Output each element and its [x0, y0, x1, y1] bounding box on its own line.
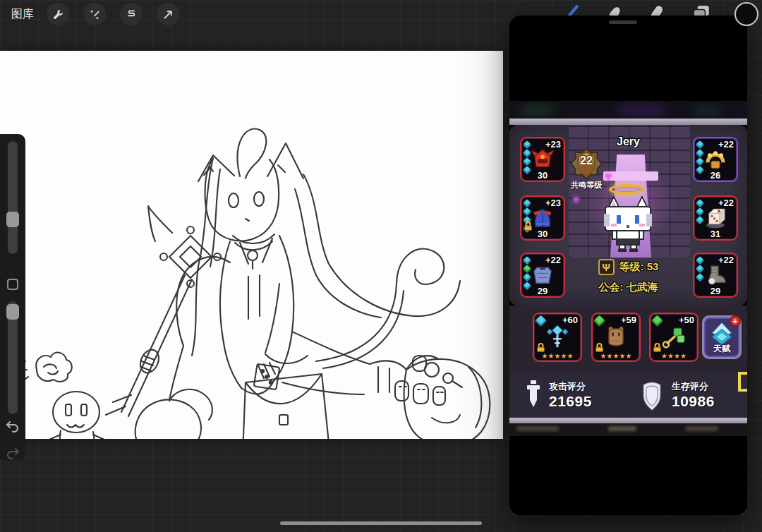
lock-icon	[595, 343, 604, 352]
attack-score-label: 攻击评分	[549, 380, 586, 393]
transform-button[interactable]	[157, 3, 179, 25]
item-level: 29	[521, 286, 564, 296]
notification-badge: +	[730, 315, 741, 327]
redo-icon	[4, 445, 21, 461]
frost-staff-icon	[545, 323, 570, 350]
attack-score-value: 21695	[549, 393, 592, 410]
divider-top	[509, 119, 747, 125]
selection-s-icon	[126, 8, 138, 20]
cyan-gem-icon	[523, 140, 531, 148]
equip-slot-boot[interactable]: +22 29	[693, 253, 738, 298]
selection-bracket	[738, 372, 747, 392]
brush-size-handle[interactable]	[6, 212, 19, 227]
gallery-button[interactable]: 图库	[11, 7, 34, 22]
window-drag-handle[interactable]	[609, 20, 637, 24]
cyan-gem-icon	[523, 256, 531, 264]
star-rating: ★★★★★	[534, 352, 581, 360]
item-level: 30	[521, 229, 564, 239]
star-rating: ★★★★★	[593, 352, 639, 360]
selection-button[interactable]	[120, 3, 143, 25]
gadget-pet-icon	[661, 324, 687, 349]
equip-slot-cloak[interactable]: +23 30	[520, 195, 565, 241]
lock-icon	[536, 343, 545, 352]
undo-button[interactable]	[4, 418, 21, 435]
gem-column	[697, 200, 703, 223]
mage-cloak-icon	[531, 206, 555, 229]
demon-helmet-icon	[531, 147, 555, 170]
item-level: 29	[694, 286, 737, 296]
character-avatar	[600, 195, 656, 252]
gem-column	[524, 258, 530, 289]
pet-slot-frost-staff[interactable]: +60 ★★★★★	[533, 313, 582, 362]
brush-size-slider[interactable]	[8, 141, 18, 254]
transform-arrow-icon	[162, 8, 174, 20]
adjustments-button[interactable]	[83, 3, 106, 25]
guild-badge-icon: Ψ	[598, 259, 615, 275]
pet-slot-gadget[interactable]: +50 ★★★★	[649, 313, 698, 362]
home-indicator[interactable]	[280, 521, 482, 525]
heart-icon: ♥	[573, 194, 579, 205]
drawing-canvas[interactable]	[0, 51, 503, 439]
talent-inner: 天赋 +	[704, 318, 739, 357]
item-level: 31	[694, 229, 737, 239]
game-scene-strip	[509, 101, 747, 119]
halo-icon	[609, 184, 644, 195]
resonance-level-value: 22	[569, 155, 604, 167]
game-slideover-window: Jery 22 共鸣等级 ♥ ♥	[509, 16, 747, 515]
talent-label: 天赋	[706, 343, 738, 355]
cyan-gem-icon	[696, 273, 703, 281]
lock-icon	[653, 343, 662, 352]
equip-slot-dice[interactable]: +22 31	[693, 195, 738, 241]
survival-score-label: 生存评分	[672, 380, 708, 393]
star-rating: ★★★★	[651, 352, 697, 360]
medic-dice-icon	[703, 205, 728, 229]
sword-icon	[525, 380, 542, 411]
pixel-cat	[600, 195, 656, 252]
equip-slot-armor[interactable]: +22 29	[520, 253, 565, 298]
opacity-slider[interactable]	[8, 301, 18, 414]
adjustments-wand-icon	[89, 8, 101, 20]
blurred-game-strip	[509, 423, 747, 436]
brush-sidebar	[0, 134, 25, 460]
gem-column	[524, 142, 530, 173]
cyan-gem-icon	[523, 199, 531, 207]
ipad-screen: 图库	[0, 0, 762, 532]
level-text: 等级: 53	[619, 260, 659, 274]
cyan-gem-icon	[696, 149, 703, 157]
golem-pet-icon	[603, 324, 629, 349]
color-swatch[interactable]	[734, 2, 758, 26]
cyan-gem-icon	[523, 149, 531, 157]
cyan-gem-icon	[523, 207, 531, 215]
actions-button[interactable]	[47, 3, 69, 25]
gem-column	[697, 142, 703, 173]
pet-slot-golem[interactable]: +59 ★★★★★	[591, 313, 641, 362]
gem-column	[697, 258, 703, 280]
redo-button[interactable]	[4, 445, 21, 461]
gold-ring-icon	[703, 147, 727, 171]
cyan-gem-icon	[523, 273, 531, 281]
equip-slot-ring[interactable]: +22 26	[693, 137, 738, 182]
cyan-gem-icon	[696, 256, 703, 264]
shield-icon	[641, 381, 663, 411]
character-panel: Jery 22 共鸣等级 ♥ ♥	[509, 125, 747, 306]
opacity-handle[interactable]	[6, 304, 19, 320]
companions-row: +60 ★★★★★ +59	[509, 306, 747, 374]
survival-score-value: 10986	[672, 393, 715, 410]
cyan-gem-icon	[696, 265, 703, 272]
wrench-icon	[52, 8, 64, 20]
boot-icon	[703, 263, 727, 286]
green-gem-icon	[523, 265, 531, 272]
heart-icon: ♥	[605, 170, 612, 183]
talent-button[interactable]: 天赋 +	[702, 315, 742, 359]
canvas-sketch	[0, 51, 503, 439]
chest-armor-icon	[531, 263, 555, 286]
score-bar: 攻击评分 21695 生存评分 10986	[509, 374, 747, 418]
item-level: 30	[521, 170, 564, 181]
equip-slot-helmet[interactable]: +23 30	[520, 137, 565, 182]
modify-button[interactable]	[7, 279, 18, 290]
cyan-gem-icon	[523, 157, 531, 165]
cyan-gem-icon	[696, 157, 703, 165]
item-level: 26	[694, 170, 737, 181]
cyan-gem-icon	[696, 140, 703, 148]
undo-icon	[4, 418, 21, 435]
